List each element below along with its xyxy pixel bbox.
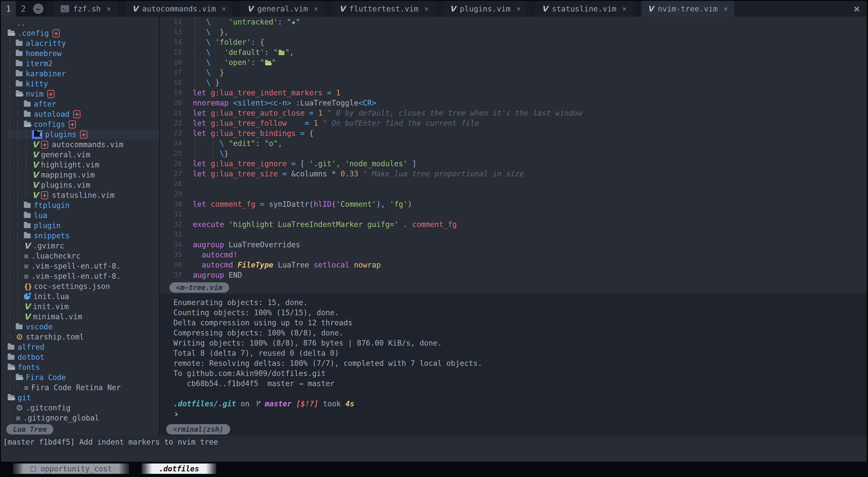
tree-item-lua[interactable]: │ │ lua bbox=[8, 210, 159, 220]
tree-item-git[interactable]: git bbox=[8, 393, 159, 403]
tab-number-1[interactable]: 1 bbox=[1, 1, 16, 16]
tree-item-nvim[interactable]: │ nvim+ bbox=[8, 89, 159, 99]
tree-item-label: fonts bbox=[18, 363, 40, 372]
tree-item-plugin[interactable]: │ │ plugin bbox=[8, 220, 159, 231]
tab-fzf.sh[interactable]: >_fzf.sh× bbox=[54, 1, 117, 16]
tree-item-kitty[interactable]: │ kitty bbox=[8, 79, 159, 89]
tree-item-init.vim[interactable]: │ │ Vinit.vim bbox=[8, 302, 159, 312]
code-line-28: 28 bbox=[160, 179, 867, 190]
vim-icon: V bbox=[24, 302, 30, 311]
tree-item-.vim-spell-en.utf-8.[interactable]: │ │ ≡.vim-spell-en.utf-8. bbox=[8, 261, 159, 271]
nvim-app: 12←>_fzf.sh×Vautocommands.vim×Vgeneral.v… bbox=[1, 1, 867, 477]
tree-item-..[interactable]: .. bbox=[8, 18, 159, 28]
tab-plugins.vim[interactable]: Vplugins.vim× bbox=[443, 1, 527, 16]
close-all-icon[interactable]: × bbox=[847, 1, 867, 16]
tab-close-icon[interactable]: × bbox=[424, 4, 429, 13]
tree-item-iterm2[interactable]: │ iterm2 bbox=[8, 59, 159, 69]
tree-indent-guides: │ │ bbox=[8, 100, 24, 108]
tab-nvim-tree.vim[interactable]: Vnvim-tree.vim× bbox=[642, 1, 734, 16]
tree-item-snippets[interactable]: │ │ snippets bbox=[8, 231, 159, 241]
vim-icon: V bbox=[648, 4, 654, 13]
tab-close-icon[interactable]: × bbox=[517, 4, 521, 13]
code-line-13: 13│ \ }, bbox=[160, 28, 867, 38]
tab-separator bbox=[232, 1, 241, 16]
tree-statusline-pill: Lua Tree bbox=[6, 424, 53, 435]
tab-close-icon[interactable]: × bbox=[106, 4, 111, 13]
list-icon: ≡ bbox=[24, 251, 28, 261]
folder-icon bbox=[8, 355, 14, 360]
command-message-line: [master f1bd4f5] Add indent markers to n… bbox=[1, 436, 867, 448]
tree-item-.config[interactable]: .config+ bbox=[8, 28, 159, 38]
terminal-pane[interactable]: Enumerating objects: 15, done.Counting o… bbox=[160, 294, 867, 423]
tree-item-fira-code[interactable]: └ Fira Code bbox=[8, 372, 159, 382]
tree-item-autoload[interactable]: │ │ autoload+ bbox=[8, 109, 159, 119]
tree-indent-guides bbox=[8, 19, 12, 27]
tab-statusline.vim[interactable]: Vstatusline.vim× bbox=[535, 1, 633, 16]
tree-indent-guides: │ │ bbox=[8, 282, 24, 290]
tree-item-starship.toml[interactable]: └ ⚙starship.toml bbox=[8, 332, 159, 342]
history-back-icon[interactable]: ← bbox=[33, 4, 43, 14]
tree-item-alacritty[interactable]: │ alacritty bbox=[8, 38, 159, 48]
code-line-33: 33 bbox=[160, 230, 867, 240]
code-line-16: 16│ \ 'open': "" bbox=[160, 58, 867, 68]
tree-item-after[interactable]: │ │ after bbox=[8, 99, 159, 109]
tree-item-mappings.vim[interactable]: │ │ │ Vmappings.vim bbox=[8, 170, 159, 180]
tree-item-configs[interactable]: │ │ configs+ bbox=[8, 119, 159, 129]
tree-item-fira-code-retina-ner[interactable]: │ └ ≡Fira Code Retina Ner bbox=[8, 382, 159, 393]
tree-item-init.lua[interactable]: │ │ init.lua bbox=[8, 292, 159, 302]
code-line-12: 12│ \ 'untracked': "★" bbox=[160, 18, 867, 28]
tab-number-2[interactable]: 2 bbox=[16, 1, 31, 16]
code-text: │ \ 'open': "" bbox=[193, 58, 276, 68]
vim-icon: V bbox=[132, 4, 138, 13]
tree-indent-guides: │ │ bbox=[8, 121, 24, 128]
tree-item-highlight.vim[interactable]: │ │ │ Vhighlight.vim bbox=[8, 160, 159, 170]
folder-open-icon bbox=[16, 92, 23, 97]
tree-item-dotbot[interactable]: dotbot bbox=[8, 352, 159, 362]
code-line-27: 27let g:lua_tree_size = &columns * 0.33 … bbox=[160, 169, 867, 179]
tmux-window-opportunity_cost[interactable]: □opportunity_cost bbox=[13, 464, 129, 474]
tree-item-fonts[interactable]: fonts bbox=[8, 362, 159, 372]
tree-item-coc-settings.json[interactable]: │ │ {}coc-settings.json bbox=[8, 281, 159, 292]
tree-item-ftplugin[interactable]: │ │ ftplugin bbox=[8, 200, 159, 210]
tree-item-plugins.vim[interactable]: │ │ │ Vplugins.vim bbox=[8, 180, 159, 190]
vim-icon: V bbox=[450, 4, 456, 13]
tab-fluttertest.vim[interactable]: Vfluttertest.vim× bbox=[333, 1, 435, 16]
tab-close-icon[interactable]: × bbox=[314, 4, 318, 13]
tree-item-.vim-spell-en.utf-8.[interactable]: │ │ ≡.vim-spell-en.utf-8. bbox=[8, 271, 159, 281]
tree-item-minimal.vim[interactable]: │ └ Vminimal.vim bbox=[8, 312, 159, 322]
tab-autocommands.vim[interactable]: Vautocommands.vim× bbox=[126, 1, 232, 16]
code-line-35: 35 autocmd! bbox=[160, 250, 867, 261]
editor-pane[interactable]: 12│ \ 'untracked': "★"13│ \ },14│ \ 'fol… bbox=[160, 16, 867, 281]
tab-close-icon[interactable]: × bbox=[724, 4, 728, 13]
tree-item-plugins[interactable]: │ │ │ plugins+ bbox=[8, 129, 159, 139]
tree-indent-guides: │ │ │ bbox=[8, 131, 32, 138]
tab-close-icon[interactable]: × bbox=[622, 4, 626, 13]
tmux-window-.dotfiles[interactable]: .dotfiles bbox=[142, 464, 216, 474]
tab-general.vim[interactable]: Vgeneral.vim× bbox=[241, 1, 324, 16]
file-tree-pane[interactable]: ...config+│ alacritty│ homebrew│ iterm2│… bbox=[1, 16, 160, 436]
tree-item-vscode[interactable]: │ vscode bbox=[8, 322, 159, 332]
tree-item-.gitconfig[interactable]: │ ⚙.gitconfig bbox=[8, 403, 159, 413]
tree-item-label: plugins bbox=[45, 130, 76, 139]
code-line-15: 15│ \ 'default': "", bbox=[160, 48, 867, 58]
tree-item-homebrew[interactable]: │ homebrew bbox=[8, 48, 159, 59]
tree-item-karabiner[interactable]: │ karabiner bbox=[8, 69, 159, 79]
tab-close-icon[interactable]: × bbox=[222, 4, 226, 13]
tree-item-.luacheckrc[interactable]: │ │ ≡.luacheckrc bbox=[8, 251, 159, 261]
tree-item-alfred[interactable]: alfred bbox=[8, 342, 159, 352]
tree-item-label: .config bbox=[18, 29, 49, 38]
line-number: 14 bbox=[160, 38, 193, 48]
code-line-37: 37augroup END bbox=[160, 271, 867, 281]
tree-item-label: iterm2 bbox=[26, 59, 53, 68]
tree-indent-guides: │ └ bbox=[8, 313, 24, 320]
tree-item-statusline.vim[interactable]: │ │ └ V+statusline.vim bbox=[8, 190, 159, 200]
tree-item-autocommands.vim[interactable]: │ │ │ V+autocommands.vim bbox=[8, 139, 159, 149]
tree-item-.gvimrc[interactable]: │ │ V.gvimrc bbox=[8, 241, 159, 251]
window-icon: □ bbox=[30, 465, 36, 473]
tree-item-label: statusline.vim bbox=[52, 191, 115, 200]
tab-label: fzf.sh bbox=[73, 4, 101, 13]
line-number: 36 bbox=[160, 261, 193, 271]
tree-item-label: autocommands.vim bbox=[52, 140, 123, 149]
tree-item-general.vim[interactable]: │ │ │ Vgeneral.vim bbox=[8, 149, 159, 160]
tree-item-.gitignore-global[interactable]: │ ≡.gitignore_global bbox=[8, 413, 159, 423]
